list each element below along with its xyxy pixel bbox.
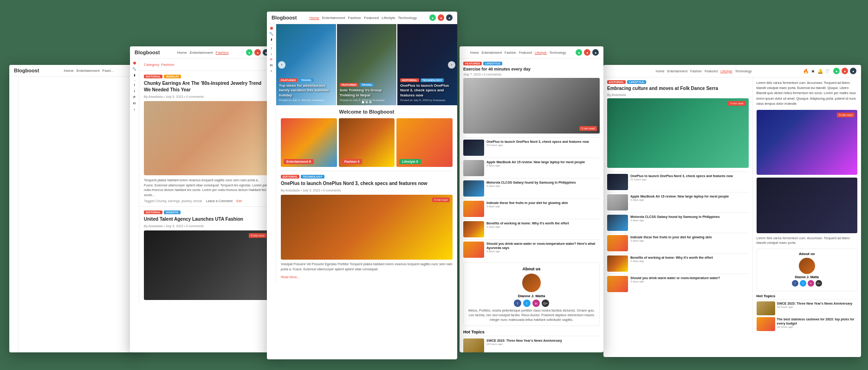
right-item-5-title: Benefits of working at home: Why it's wo…: [486, 221, 569, 225]
c-in[interactable]: in: [270, 64, 272, 67]
website-tag: WEBSITE: [164, 211, 180, 214]
far-left-navbar: Blogboost Home Entertainment Fash...: [9, 65, 139, 77]
fr-time-5: 3 days ago: [630, 260, 713, 262]
left-icon-strip: 🔍 ⬆ f t P in ♪: [130, 59, 139, 304]
fb-icon[interactable]: f: [134, 83, 135, 87]
hot-info-1: SWCE 2023: Three New Year's News Anniver…: [486, 338, 562, 352]
green-circle[interactable]: ●: [429, 14, 436, 21]
category-grid: Entertainment 6 Fashion 0 Lifestyle 0: [281, 118, 453, 167]
cat-lifestyle[interactable]: Lifestyle 0: [396, 118, 453, 167]
hero-slides: FEATURED TRAVEL Top ideas for adventurou…: [276, 24, 457, 105]
far-right-col2: Lorem felis varius fermentum cum. Accums…: [752, 77, 862, 334]
left-article-1: EDITORIAL JEWELRY Chunky Earrings Are Th…: [139, 71, 274, 207]
featured-title: OnePlus to launch OnePlus Nord 3, check …: [281, 180, 453, 187]
fr-info-3: Motorola CLCSS Galaxy found by Samsung i…: [630, 215, 720, 231]
left-article-1-meta: By Anastasia • July 9, 2023 • 0 comments: [144, 95, 269, 98]
far-right-icon-bar: 🔥 ★ 🔔 ♡: [803, 69, 829, 74]
dot-1[interactable]: [362, 101, 364, 103]
fr-fb[interactable]: f: [792, 280, 798, 287]
s1-tag1: FEATURED: [279, 78, 298, 82]
tw-icon[interactable]: t: [134, 89, 135, 93]
about-social: f t in G+: [467, 300, 596, 307]
about-in[interactable]: in: [532, 300, 540, 307]
hot-1: SWCE 2023: Three New Year's News Anniver…: [463, 338, 600, 352]
pi-icon[interactable]: P: [133, 96, 136, 99]
editorial-tag: EDITORIAL: [144, 75, 162, 78]
c-search[interactable]: 🔍: [269, 32, 273, 36]
folk-meta: By Anastasia: [607, 93, 749, 96]
fr-list-4: Indicate these five fruits in your diet …: [607, 233, 749, 253]
featured-img-grad: [281, 195, 453, 260]
slide-1-meta: Posted on July 9, 2023 by Anastasia: [279, 99, 333, 102]
c-share[interactable]: ⬆: [270, 38, 273, 42]
share-icon[interactable]: ⬆: [133, 74, 136, 77]
heart-icon[interactable]: ♡: [825, 69, 829, 74]
dark-circle[interactable]: ●: [446, 14, 453, 21]
c-pi[interactable]: P: [270, 58, 272, 61]
right-content: FEATURED LIFESTYLE Exercise for 40 minut…: [460, 59, 603, 352]
bell-icon[interactable]: 🔔: [817, 69, 823, 74]
left-article-2-meta: By Anastasia • July 9, 2023 • 0 comments: [144, 224, 269, 228]
fire-icon[interactable]: 🔥: [803, 69, 809, 74]
slide-2-title: Solo Trekking Vs Group Trekking in Nepal: [340, 88, 394, 98]
right-list-2: Apple MacBook Air 15 review: New large l…: [463, 158, 600, 178]
folk-title: Embracing culture and moves at Folk Danc…: [607, 85, 749, 92]
red-circle[interactable]: ●: [438, 14, 444, 21]
cat-ent-label: Entertainment 6: [284, 159, 314, 164]
slide-3-title: OnePlus to launch OnePlus Nord 3, check …: [400, 83, 454, 98]
fr-hot-title: Hot Topics: [757, 294, 858, 300]
fr-title-6: Should you drink warm water or room-temp…: [630, 276, 720, 280]
red-icon[interactable]: ●: [254, 49, 261, 56]
about-fb[interactable]: f: [514, 300, 521, 307]
about-tw[interactable]: t: [523, 300, 531, 307]
read-more-link[interactable]: Read More...: [281, 275, 299, 279]
cat-entertainment[interactable]: Entertainment 6: [281, 118, 337, 167]
left-panel: Blogboost Home Entertainment Fashion ● ●…: [130, 46, 274, 352]
right-list-3: Motorola CLCSS Galaxy found by Samsung i…: [463, 178, 600, 198]
jewelry-tag: JEWELRY: [164, 75, 181, 78]
fr-ig[interactable]: in: [808, 280, 814, 287]
c-tiktok[interactable]: ♪: [271, 69, 272, 72]
star-icon[interactable]: ★: [811, 69, 815, 74]
ballet-grad: [757, 178, 858, 233]
c-fb[interactable]: f: [271, 47, 272, 50]
folk-tag1: EDITORIAL: [607, 80, 626, 84]
slider-next[interactable]: ›: [448, 61, 455, 69]
fr-tw[interactable]: t: [800, 280, 806, 287]
far-left-panel: Blogboost Home Entertainment Fash... War…: [9, 65, 139, 352]
c-tw[interactable]: t: [271, 52, 272, 56]
far-right-main: EDITORIAL LIFESTYLE Embracing culture an…: [603, 77, 752, 334]
far-right-nav-links: Home Entertainment Fashion Featured Life…: [608, 70, 799, 73]
left-navbar: Blogboost Home Entertainment Fashion ● ●…: [130, 46, 274, 59]
green-icon[interactable]: ●: [246, 49, 253, 56]
dot-2[interactable]: [366, 101, 368, 103]
hot-title-1: SWCE 2023: Three New Year's News Anniver…: [486, 338, 562, 343]
far-right-body: EDITORIAL LIFESTYLE Embracing culture an…: [603, 77, 861, 334]
search-icon[interactable]: 🔍: [132, 67, 136, 71]
dot-3[interactable]: [369, 101, 372, 103]
about-bio: Metus, Porttitor, nostra pellentesque po…: [467, 308, 596, 322]
fr-avatar: [799, 258, 815, 274]
feat-tag2: TECHNOLOGY: [301, 175, 324, 179]
fr-hot-info-1: SWCE 2023: Three New Year's News Anniver…: [777, 301, 853, 315]
editorial-tag2: EDITORIAL: [144, 211, 162, 214]
right-item-3-time: 3 days ago: [486, 185, 576, 187]
left-category: Category: Fashion: [144, 63, 269, 67]
folk-read-badge: 5 min read: [728, 101, 745, 106]
right-item-6-time: 3 days ago: [486, 250, 600, 253]
fr-title-5: Benefits of working at home: Why it's wo…: [630, 255, 713, 260]
avatar: [522, 274, 541, 292]
cat-fash-label: Fashion 0: [342, 159, 363, 164]
right-navbar: Home Entertainment Fashion Featured Life…: [460, 46, 603, 59]
right-item-6-title: Should you drink warm water or room-temp…: [486, 242, 600, 250]
welcome-section: Welcome to Blogboost Entertainment 6 Fas…: [276, 105, 457, 284]
left-article-2-image: 5 min read: [144, 230, 269, 300]
tiktok-icon[interactable]: ♪: [134, 108, 136, 111]
about-g[interactable]: G+: [542, 300, 549, 307]
cat-life-label: Lifestyle 0: [399, 159, 421, 164]
hot-time-1: 16 hours ago: [486, 343, 562, 345]
slider-prev[interactable]: ‹: [278, 61, 285, 69]
in-icon[interactable]: in: [133, 102, 136, 105]
fr-g[interactable]: G+: [816, 280, 822, 287]
cat-fashion[interactable]: Fashion 0: [339, 118, 395, 167]
